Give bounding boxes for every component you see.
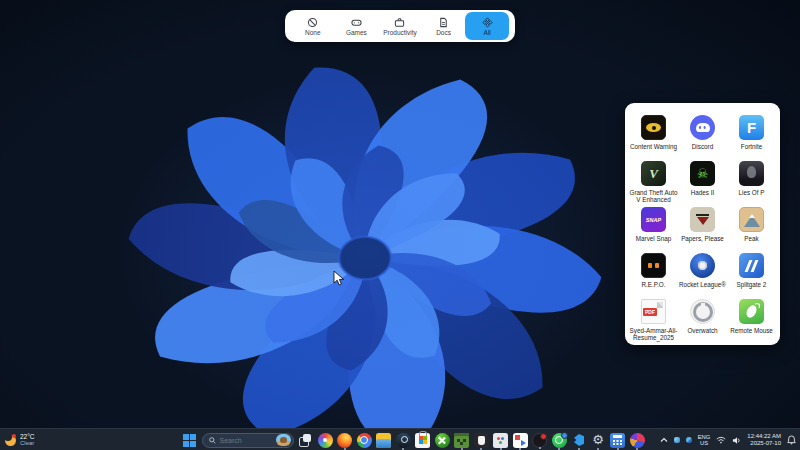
weather-widget[interactable]: 22°C Clear bbox=[5, 430, 35, 450]
game-app-icon[interactable] bbox=[630, 433, 645, 448]
app-label: Marvel Snap bbox=[636, 235, 671, 242]
people-app-icon[interactable] bbox=[493, 433, 508, 448]
app-tile[interactable]: Content Warning bbox=[629, 115, 678, 161]
app-tile[interactable]: Grand Theft Auto V Enhanced bbox=[629, 161, 678, 207]
search-highlight-image[interactable] bbox=[276, 434, 291, 446]
app-tile[interactable]: Fortnite bbox=[727, 115, 776, 161]
firefox-icon[interactable] bbox=[337, 433, 352, 448]
app-label: Grand Theft Auto V Enhanced bbox=[629, 189, 678, 203]
language-line2: US bbox=[700, 440, 708, 447]
app-label: Hades II bbox=[691, 189, 714, 196]
app-tile[interactable]: Hades II bbox=[678, 161, 727, 207]
app-label: Fortnite bbox=[741, 143, 762, 150]
discord-icon bbox=[690, 115, 715, 140]
gta-v-icon bbox=[641, 161, 666, 186]
microsoft-store-icon[interactable] bbox=[415, 433, 430, 448]
app-label: R.E.P.O. bbox=[641, 281, 665, 288]
app-label: Syed-Ammar-Ali-Resume_2025 bbox=[629, 327, 678, 341]
taskbar: 22°C Clear bbox=[0, 428, 800, 450]
app-tile[interactable]: Remote Mouse bbox=[727, 299, 776, 345]
filter-none[interactable]: None bbox=[291, 12, 335, 40]
app-tile[interactable]: Marvel Snap bbox=[629, 207, 678, 253]
app-grid-panel: Content Warning Discord Fortnite Grand T… bbox=[625, 103, 780, 345]
lies-of-p-icon bbox=[739, 161, 764, 186]
xbox-icon[interactable] bbox=[435, 433, 450, 448]
app-label: Overwatch bbox=[687, 327, 717, 334]
content-warning-icon bbox=[641, 115, 666, 140]
category-filter-bar: None Games Productivity Docs All bbox=[285, 10, 515, 42]
app-tile[interactable]: Splitgate 2 bbox=[727, 253, 776, 299]
filter-docs-label: Docs bbox=[436, 29, 451, 36]
tray-app-icon-1[interactable] bbox=[674, 437, 680, 443]
tray-app-icon-2[interactable] bbox=[686, 437, 692, 443]
whatsapp-icon[interactable] bbox=[552, 433, 567, 448]
briefcase-icon bbox=[394, 17, 405, 28]
app-tile[interactable]: Syed-Ammar-Ali-Resume_2025 bbox=[629, 299, 678, 345]
vscode-icon[interactable] bbox=[571, 433, 586, 448]
app-label: Splitgate 2 bbox=[737, 281, 767, 288]
fortnite-icon bbox=[739, 115, 764, 140]
filter-all-label: All bbox=[484, 29, 491, 36]
chrome-icon[interactable] bbox=[357, 433, 372, 448]
categories-icon bbox=[482, 17, 493, 28]
photos-icon[interactable] bbox=[318, 433, 333, 448]
filter-productivity[interactable]: Productivity bbox=[378, 12, 422, 40]
app-tile[interactable]: Papers, Please bbox=[678, 207, 727, 253]
search-icon bbox=[209, 437, 216, 444]
notification-bell-icon[interactable] bbox=[787, 435, 796, 445]
epic-games-icon[interactable] bbox=[474, 433, 489, 448]
media-app-icon[interactable] bbox=[513, 433, 528, 448]
volume-icon[interactable] bbox=[732, 436, 741, 445]
peak-icon bbox=[739, 207, 764, 232]
app-label: Remote Mouse bbox=[730, 327, 773, 334]
pdf-file-icon bbox=[641, 299, 666, 324]
rocket-league-icon bbox=[690, 253, 715, 278]
app-label: Discord bbox=[692, 143, 713, 150]
filter-docs[interactable]: Docs bbox=[422, 12, 466, 40]
app-tile[interactable]: Peak bbox=[727, 207, 776, 253]
app-tile[interactable]: Overwatch bbox=[678, 299, 727, 345]
filter-productivity-label: Productivity bbox=[383, 29, 417, 36]
language-indicator[interactable]: ENG US bbox=[698, 434, 711, 447]
mouse-cursor bbox=[333, 270, 345, 287]
wifi-icon[interactable] bbox=[716, 436, 726, 444]
file-explorer-icon[interactable] bbox=[376, 433, 391, 448]
task-view-icon[interactable] bbox=[298, 433, 313, 448]
weather-temperature: 22°C bbox=[20, 433, 35, 440]
clock-time: 12:44:22 AM bbox=[747, 433, 781, 440]
filter-games[interactable]: Games bbox=[335, 12, 379, 40]
desktop: None Games Productivity Docs All Content… bbox=[0, 0, 800, 450]
marvel-snap-icon bbox=[641, 207, 666, 232]
clock-date: 2025-07-10 bbox=[750, 440, 781, 447]
app-label: Papers, Please bbox=[681, 235, 724, 242]
app-tile[interactable]: R.E.P.O. bbox=[629, 253, 678, 299]
app-tile[interactable]: Rocket League® bbox=[678, 253, 727, 299]
calculator-icon[interactable] bbox=[610, 433, 625, 448]
settings-icon[interactable] bbox=[591, 433, 606, 448]
search-box[interactable] bbox=[202, 433, 294, 448]
clock[interactable]: 12:44:22 AM 2025-07-10 bbox=[747, 433, 781, 447]
start-button[interactable] bbox=[182, 433, 197, 448]
app-tile[interactable]: Lies Of P bbox=[727, 161, 776, 207]
filter-games-label: Games bbox=[346, 29, 367, 36]
clear-night-icon bbox=[5, 435, 16, 446]
search-input[interactable] bbox=[220, 437, 272, 444]
app-label: Lies Of P bbox=[739, 189, 765, 196]
weather-condition: Clear bbox=[20, 440, 35, 447]
app-tile[interactable]: Discord bbox=[678, 115, 727, 161]
app-label: Rocket League® bbox=[679, 281, 726, 288]
opera-gx-icon[interactable] bbox=[532, 433, 547, 448]
filter-none-label: None bbox=[305, 29, 321, 36]
system-tray: ENG US 12:44:22 AM 2025-07-10 bbox=[660, 429, 796, 450]
filter-all[interactable]: All bbox=[465, 12, 509, 40]
minecraft-icon[interactable] bbox=[454, 433, 469, 448]
app-label: Peak bbox=[744, 235, 758, 242]
document-icon bbox=[438, 17, 449, 28]
steam-icon[interactable] bbox=[396, 433, 411, 448]
overwatch-icon bbox=[690, 299, 715, 324]
gamepad-icon bbox=[351, 17, 362, 28]
chevron-up-icon[interactable] bbox=[660, 437, 668, 443]
app-label: Content Warning bbox=[630, 143, 677, 150]
papers-please-icon bbox=[690, 207, 715, 232]
none-icon bbox=[307, 17, 318, 28]
